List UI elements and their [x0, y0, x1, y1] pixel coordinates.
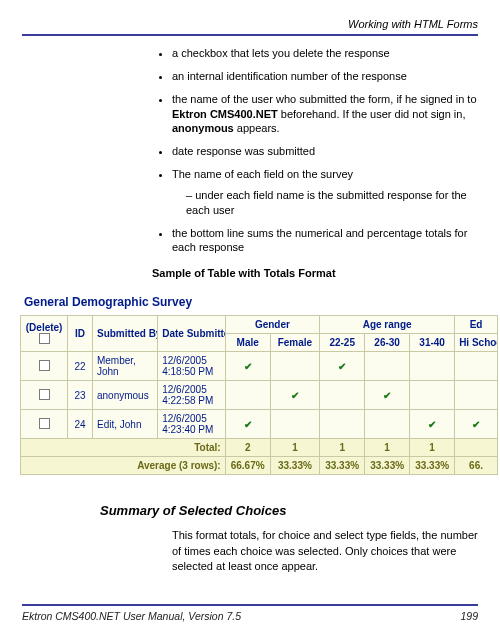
cell-a1 [320, 381, 365, 410]
cell-male [225, 381, 270, 410]
total-label: Total: [21, 439, 226, 457]
total-a2: 1 [365, 439, 410, 457]
cell-id: 24 [68, 410, 93, 439]
survey-table: (Delete) ID Submitted By Date Submitted … [20, 315, 498, 475]
table-row: 23 anonymous 12/6/2005 4:22:58 PM ✔ ✔ [21, 381, 498, 410]
col-delete: (Delete) [21, 316, 68, 352]
bullet-item: the bottom line sums the numerical and p… [172, 226, 478, 256]
col-gender: Gender [225, 316, 319, 334]
col-delete-label: (Delete) [26, 322, 63, 333]
avg-a3: 33.33% [410, 457, 455, 475]
page-header-title: Working with HTML Forms [22, 18, 478, 30]
col-age-26-30: 26-30 [365, 334, 410, 352]
bold-anon: anonymous [172, 122, 234, 134]
bullet-item: date response was submitted [172, 144, 478, 159]
table-row: 24 Edit, John 12/6/2005 4:23:40 PM ✔ ✔ ✔ [21, 410, 498, 439]
total-row: Total: 2 1 1 1 1 [21, 439, 498, 457]
footer-rule [22, 604, 478, 606]
bullet-item: The name of each field on the survey und… [172, 167, 478, 218]
header-checkbox[interactable] [39, 333, 50, 344]
cell-male: ✔ [225, 352, 270, 381]
total-a3: 1 [410, 439, 455, 457]
header-row-1: (Delete) ID Submitted By Date Submitted … [21, 316, 498, 334]
footer: Ektron CMS400.NET User Manual, Version 7… [22, 604, 478, 622]
cell-a3: ✔ [410, 410, 455, 439]
footer-left: Ektron CMS400.NET User Manual, Version 7… [22, 610, 241, 622]
bullet-item: a checkbox that lets you delete the resp… [172, 46, 478, 61]
cell-a1 [320, 410, 365, 439]
cell-a2 [365, 352, 410, 381]
cell-a2: ✔ [365, 381, 410, 410]
section-heading: Summary of Selected Choices [100, 503, 478, 518]
row-checkbox[interactable] [39, 418, 50, 429]
avg-ed: 66. [455, 457, 498, 475]
col-date-submitted: Date Submitted [158, 316, 225, 352]
cell-ed: ✔ [455, 410, 498, 439]
cell-female [270, 352, 320, 381]
cell-a3 [410, 352, 455, 381]
section-body: This format totals, for choice and selec… [172, 528, 478, 574]
col-age-22-25: 22-25 [320, 334, 365, 352]
col-ed: Ed [455, 316, 498, 334]
cell-a2 [365, 410, 410, 439]
col-female: Female [270, 334, 320, 352]
header-rule [22, 34, 478, 36]
cell-by: Edit, John [92, 410, 157, 439]
avg-a1: 33.33% [320, 457, 365, 475]
cell-date: 12/6/2005 4:18:50 PM [158, 352, 225, 381]
total-female: 1 [270, 439, 320, 457]
average-row: Average (3 rows): 66.67% 33.33% 33.33% 3… [21, 457, 498, 475]
cell-female [270, 410, 320, 439]
row-checkbox[interactable] [39, 360, 50, 371]
avg-a2: 33.33% [365, 457, 410, 475]
col-male: Male [225, 334, 270, 352]
page-number: 199 [460, 610, 478, 622]
cell-a3 [410, 381, 455, 410]
bullet-item: an internal identification number of the… [172, 69, 478, 84]
cell-ed [455, 381, 498, 410]
cell-id: 23 [68, 381, 93, 410]
cell-by: anonymous [92, 381, 157, 410]
col-id: ID [68, 316, 93, 352]
sub-bullet-item: under each field name is the submitted r… [186, 188, 478, 218]
col-age-range: Age range [320, 316, 455, 334]
bullet-list: a checkbox that lets you delete the resp… [172, 46, 478, 255]
table-row: 22 Member, John 12/6/2005 4:18:50 PM ✔ ✔ [21, 352, 498, 381]
cell-id: 22 [68, 352, 93, 381]
cell-male: ✔ [225, 410, 270, 439]
avg-label: Average (3 rows): [21, 457, 226, 475]
col-submitted-by: Submitted By [92, 316, 157, 352]
cell-ed [455, 352, 498, 381]
total-a1: 1 [320, 439, 365, 457]
cell-by: Member, John [92, 352, 157, 381]
bold-product: Ektron CMS400.NET [172, 108, 278, 120]
bullet-item: the name of the user who submitted the f… [172, 92, 478, 137]
cell-date: 12/6/2005 4:23:40 PM [158, 410, 225, 439]
cell-a1: ✔ [320, 352, 365, 381]
row-checkbox[interactable] [39, 389, 50, 400]
col-ed-sub: Hi Schoo [455, 334, 498, 352]
cell-date: 12/6/2005 4:22:58 PM [158, 381, 225, 410]
avg-male: 66.67% [225, 457, 270, 475]
sub-bullet-list: under each field name is the submitted r… [186, 188, 478, 218]
survey-screenshot: General Demographic Survey (Delete) ID S… [20, 295, 478, 475]
bullet-text: The name of each field on the survey [172, 168, 353, 180]
total-male: 2 [225, 439, 270, 457]
cell-female: ✔ [270, 381, 320, 410]
col-age-31-40: 31-40 [410, 334, 455, 352]
sample-heading: Sample of Table with Totals Format [152, 267, 478, 279]
total-ed [455, 439, 498, 457]
survey-title: General Demographic Survey [20, 295, 478, 309]
avg-female: 33.33% [270, 457, 320, 475]
